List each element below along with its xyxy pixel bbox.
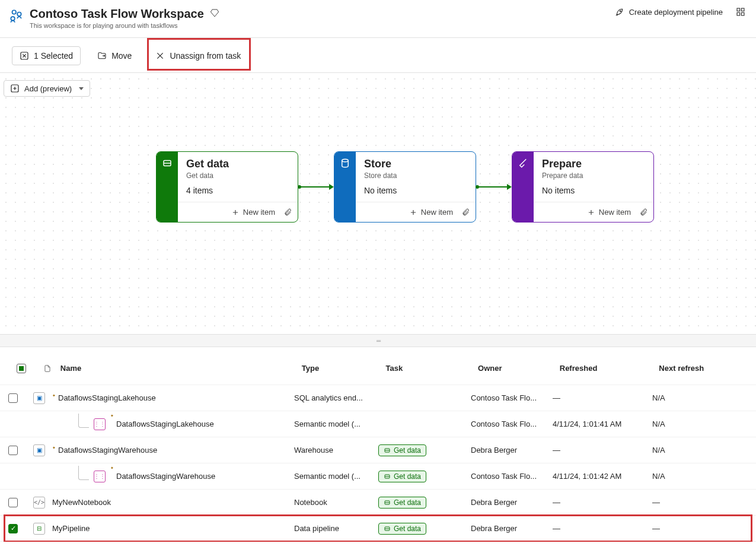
item-refreshed: 4/11/24, 1:01:42 AM (553, 472, 652, 481)
svg-point-0 (12, 10, 17, 14)
table-row[interactable]: </>MyNewNotebookNotebookGet dataDebra Be… (0, 490, 756, 516)
task-header[interactable]: Task (385, 364, 478, 373)
item-next-refresh: N/A (652, 393, 741, 402)
select-all-checkbox[interactable] (17, 364, 26, 373)
table-row[interactable]: ⋮⋮✦DataflowsStagingWarehouseSemantic mod… (0, 463, 756, 490)
attach-icon[interactable] (639, 208, 647, 217)
node-new-item-button[interactable]: New item (409, 208, 453, 217)
item-refreshed: 4/11/24, 1:01:41 AM (553, 420, 652, 428)
filetype-column-header[interactable] (34, 364, 60, 373)
next-header[interactable]: Next refresh (659, 364, 748, 373)
item-type: Data pipeline (294, 524, 378, 533)
item-owner: Contoso Task Flo... (471, 420, 553, 428)
node-subtitle: Store data (364, 171, 467, 180)
type-header[interactable]: Type (302, 364, 386, 373)
attach-icon[interactable] (283, 208, 292, 217)
chevron-down-icon (79, 87, 84, 90)
broom-icon (518, 158, 528, 169)
svg-marker-13 (329, 184, 334, 190)
name-header[interactable]: Name (60, 364, 302, 373)
item-refreshed: — (553, 524, 652, 533)
table-row[interactable]: ▣✦DataflowsStagingWarehouseWarehouseGet … (0, 437, 756, 463)
node-title: Get data (186, 158, 289, 170)
unassign-label: Unassign from task (170, 51, 241, 61)
move-button[interactable]: Move (90, 47, 139, 65)
add-label: Add (preview) (24, 84, 72, 93)
svg-marker-17 (507, 184, 512, 190)
plus-icon (587, 208, 595, 217)
tree-line-icon (78, 414, 89, 428)
item-type: Warehouse (294, 446, 378, 455)
row-checkbox[interactable] (8, 498, 18, 507)
table-row[interactable]: ▣✦DataflowsStagingLakehouseSQL analytics… (0, 385, 756, 411)
item-type: SQL analytics end... (294, 393, 378, 402)
svg-rect-5 (741, 8, 744, 11)
node-new-item-button[interactable]: New item (587, 208, 631, 217)
item-next-refresh: N/A (652, 472, 741, 481)
row-checkbox[interactable] (8, 524, 18, 533)
node-new-item-label: New item (599, 208, 631, 217)
node-subtitle: Get data (186, 171, 289, 180)
apps-icon[interactable] (736, 7, 745, 17)
owner-header[interactable]: Owner (478, 364, 560, 373)
flow-node-store[interactable]: Store Store data No items New item (334, 151, 476, 223)
close-icon (155, 51, 165, 61)
item-name: DataflowsStagingWarehouse (116, 472, 215, 481)
row-checkbox[interactable] (8, 446, 18, 455)
item-name: MyPipeline (52, 524, 90, 533)
svg-rect-7 (741, 12, 744, 15)
flow-container: Get data Get data 4 items New item (156, 151, 654, 223)
tree-line-icon (78, 466, 89, 480)
refreshed-header[interactable]: Refreshed (560, 364, 659, 373)
splitter-handle[interactable] (0, 334, 756, 347)
unassign-button[interactable]: Unassign from task (148, 47, 248, 65)
database-icon (340, 158, 350, 169)
item-next-refresh: N/A (652, 420, 741, 428)
folder-move-icon (97, 51, 107, 61)
table-row[interactable]: ⊟MyPipelineData pipelineGet dataDebra Be… (0, 516, 756, 542)
workspace-header: Contoso Task Flow Workspace This workspa… (0, 0, 756, 38)
task-tag[interactable]: Get data (378, 497, 426, 509)
item-owner: Contoso Task Flo... (471, 472, 553, 481)
create-pipeline-button[interactable]: Create deployment pipeline (615, 7, 723, 17)
sparkle-icon: ✦ (110, 414, 114, 418)
item-name: DataflowsStagingWarehouse (58, 446, 157, 455)
item-type: Notebook (294, 498, 378, 507)
create-pipeline-label: Create deployment pipeline (629, 8, 723, 17)
item-name: DataflowsStagingLakehouse (58, 393, 156, 402)
table-row[interactable]: ⋮⋮✦DataflowsStagingLakehouseSemantic mod… (0, 411, 756, 437)
items-table: Name Type Task Owner Refreshed Next refr… (0, 347, 756, 542)
flow-node-get-data[interactable]: Get data Get data 4 items New item (156, 151, 298, 223)
flow-connector (476, 169, 512, 205)
task-tag[interactable]: Get data (378, 444, 426, 456)
item-owner: Debra Berger (471, 524, 553, 533)
sparkle-icon: ✦ (52, 393, 56, 398)
task-tag[interactable]: Get data (378, 523, 426, 535)
item-refreshed: — (553, 498, 652, 507)
close-square-icon (20, 51, 29, 61)
svg-point-1 (17, 12, 21, 17)
node-new-item-button[interactable]: New item (231, 208, 275, 217)
item-type-icon: </> (26, 497, 52, 509)
task-tag[interactable]: Get data (378, 471, 426, 482)
selected-count-button[interactable]: 1 Selected (12, 46, 81, 65)
svg-point-2 (11, 17, 14, 21)
move-label: Move (111, 51, 132, 61)
node-items: No items (542, 186, 645, 195)
table-header-row: Name Type Task Owner Refreshed Next refr… (0, 347, 756, 385)
item-refreshed: — (553, 393, 652, 402)
row-checkbox[interactable] (8, 393, 18, 403)
taskflow-canvas[interactable]: Add (preview) Get data Get data 4 items … (0, 73, 756, 334)
node-new-item-label: New item (243, 208, 275, 217)
flow-node-prepare[interactable]: Prepare Prepare data No items New item (512, 151, 654, 223)
svg-rect-4 (737, 8, 740, 11)
item-owner: Debra Berger (471, 446, 553, 455)
svg-point-3 (620, 11, 621, 12)
sparkle-icon: ✦ (110, 466, 114, 471)
item-type: Semantic model (... (294, 420, 378, 428)
item-next-refresh: — (652, 524, 741, 533)
item-type-icon: ⊟ (26, 523, 52, 535)
workspace-subtitle: This workspace is for playing around wit… (30, 22, 219, 29)
add-button[interactable]: Add (preview) (4, 80, 90, 97)
attach-icon[interactable] (461, 208, 470, 217)
